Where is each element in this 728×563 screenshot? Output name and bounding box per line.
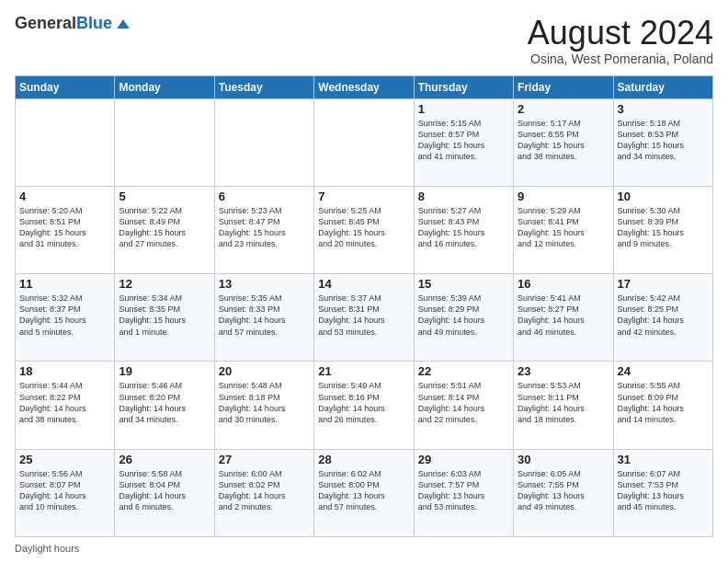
table-row: 16Sunrise: 5:41 AM Sunset: 8:27 PM Dayli… [514,274,613,362]
day-info: Sunrise: 5:30 AM Sunset: 8:39 PM Dayligh… [618,205,709,250]
day-info: Sunrise: 5:48 AM Sunset: 8:18 PM Dayligh… [219,380,310,425]
table-row: 30Sunrise: 6:05 AM Sunset: 7:55 PM Dayli… [514,449,613,536]
calendar-table: Sunday Monday Tuesday Wednesday Thursday… [15,75,713,537]
day-number: 12 [119,277,210,291]
th-sunday: Sunday [16,75,115,98]
day-number: 9 [518,190,609,203]
day-info: Sunrise: 5:55 AM Sunset: 8:09 PM Dayligh… [618,380,709,425]
table-row: 25Sunrise: 5:56 AM Sunset: 8:07 PM Dayli… [16,449,115,536]
table-row: 13Sunrise: 5:35 AM Sunset: 8:33 PM Dayli… [214,274,313,362]
table-row: 9Sunrise: 5:29 AM Sunset: 8:41 PM Daylig… [514,186,613,273]
table-row [214,98,313,186]
day-number: 5 [119,190,210,203]
month-title: August 2024 [528,15,713,52]
day-info: Sunrise: 5:27 AM Sunset: 8:43 PM Dayligh… [418,205,509,250]
day-info: Sunrise: 5:39 AM Sunset: 8:29 PM Dayligh… [418,293,509,338]
day-info: Sunrise: 5:34 AM Sunset: 8:35 PM Dayligh… [119,293,210,338]
day-number: 19 [119,364,210,378]
footer: Daylight hours [15,543,713,554]
day-number: 30 [518,453,609,466]
table-row [16,98,115,186]
table-row: 11Sunrise: 5:32 AM Sunset: 8:37 PM Dayli… [16,274,115,362]
day-info: Sunrise: 5:18 AM Sunset: 8:53 PM Dayligh… [618,118,709,163]
day-info: Sunrise: 6:00 AM Sunset: 8:02 PM Dayligh… [219,468,310,513]
day-number: 20 [219,364,310,378]
day-number: 29 [418,453,509,466]
day-info: Sunrise: 6:07 AM Sunset: 7:53 PM Dayligh… [618,468,709,513]
day-info: Sunrise: 5:51 AM Sunset: 8:14 PM Dayligh… [418,380,509,425]
th-saturday: Saturday [613,75,712,98]
day-number: 22 [418,364,509,378]
table-row: 18Sunrise: 5:44 AM Sunset: 8:22 PM Dayli… [16,362,115,449]
table-row [115,98,214,186]
table-row: 3Sunrise: 5:18 AM Sunset: 8:53 PM Daylig… [613,98,712,186]
day-info: Sunrise: 5:58 AM Sunset: 8:04 PM Dayligh… [119,468,210,513]
th-monday: Monday [115,75,214,98]
day-number: 15 [418,277,509,291]
day-number: 17 [618,277,709,291]
day-number: 10 [618,190,709,203]
day-number: 1 [418,102,509,116]
day-number: 28 [318,453,409,466]
table-row: 6Sunrise: 5:23 AM Sunset: 8:47 PM Daylig… [214,186,313,273]
day-number: 4 [19,190,110,203]
day-number: 2 [518,102,609,116]
table-row: 20Sunrise: 5:48 AM Sunset: 8:18 PM Dayli… [214,362,313,449]
day-number: 24 [618,364,709,378]
week-row-2: 11Sunrise: 5:32 AM Sunset: 8:37 PM Dayli… [16,274,713,362]
day-number: 7 [318,190,409,203]
week-row-0: 1Sunrise: 5:15 AM Sunset: 8:57 PM Daylig… [16,98,713,186]
day-number: 8 [418,190,509,203]
table-row: 24Sunrise: 5:55 AM Sunset: 8:09 PM Dayli… [613,362,712,449]
daylight-hours-label: Daylight hours [15,543,79,554]
th-tuesday: Tuesday [214,75,313,98]
day-info: Sunrise: 5:44 AM Sunset: 8:22 PM Dayligh… [19,380,110,425]
day-number: 11 [19,277,110,291]
day-info: Sunrise: 5:15 AM Sunset: 8:57 PM Dayligh… [418,118,509,163]
table-row: 19Sunrise: 5:46 AM Sunset: 8:20 PM Dayli… [115,362,214,449]
day-number: 16 [518,277,609,291]
day-info: Sunrise: 5:22 AM Sunset: 8:49 PM Dayligh… [119,205,210,250]
table-row: 7Sunrise: 5:25 AM Sunset: 8:45 PM Daylig… [314,186,414,273]
day-number: 14 [318,277,409,291]
day-number: 27 [219,453,310,466]
day-info: Sunrise: 6:02 AM Sunset: 8:00 PM Dayligh… [318,468,409,513]
th-friday: Friday [514,75,613,98]
table-row: 27Sunrise: 6:00 AM Sunset: 8:02 PM Dayli… [214,449,313,536]
header-row: Sunday Monday Tuesday Wednesday Thursday… [16,75,713,98]
table-row: 22Sunrise: 5:51 AM Sunset: 8:14 PM Dayli… [414,362,513,449]
day-number: 25 [19,453,110,466]
day-info: Sunrise: 5:37 AM Sunset: 8:31 PM Dayligh… [318,293,409,338]
day-info: Sunrise: 6:03 AM Sunset: 7:57 PM Dayligh… [418,468,509,513]
day-info: Sunrise: 5:42 AM Sunset: 8:25 PM Dayligh… [618,293,709,338]
day-number: 3 [618,102,709,116]
svg-marker-0 [117,19,129,29]
table-row: 31Sunrise: 6:07 AM Sunset: 7:53 PM Dayli… [613,449,712,536]
day-info: Sunrise: 5:32 AM Sunset: 8:37 PM Dayligh… [19,293,110,338]
day-info: Sunrise: 5:41 AM Sunset: 8:27 PM Dayligh… [518,293,609,338]
day-number: 18 [19,364,110,378]
table-row [314,98,414,186]
table-row: 1Sunrise: 5:15 AM Sunset: 8:57 PM Daylig… [414,98,513,186]
week-row-3: 18Sunrise: 5:44 AM Sunset: 8:22 PM Dayli… [16,362,713,449]
day-info: Sunrise: 5:56 AM Sunset: 8:07 PM Dayligh… [19,468,110,513]
day-number: 23 [518,364,609,378]
th-wednesday: Wednesday [314,75,414,98]
table-row: 15Sunrise: 5:39 AM Sunset: 8:29 PM Dayli… [414,274,513,362]
table-row: 8Sunrise: 5:27 AM Sunset: 8:43 PM Daylig… [414,186,513,273]
week-row-1: 4Sunrise: 5:20 AM Sunset: 8:51 PM Daylig… [16,186,713,273]
location: Osina, West Pomerania, Poland [528,52,713,66]
table-row: 14Sunrise: 5:37 AM Sunset: 8:31 PM Dayli… [314,274,414,362]
day-info: Sunrise: 5:35 AM Sunset: 8:33 PM Dayligh… [219,293,310,338]
table-row: 17Sunrise: 5:42 AM Sunset: 8:25 PM Dayli… [613,274,712,362]
day-number: 26 [119,453,210,466]
table-row: 4Sunrise: 5:20 AM Sunset: 8:51 PM Daylig… [16,186,115,273]
day-info: Sunrise: 5:17 AM Sunset: 8:55 PM Dayligh… [518,118,609,163]
day-info: Sunrise: 5:23 AM Sunset: 8:47 PM Dayligh… [219,205,310,250]
day-info: Sunrise: 5:46 AM Sunset: 8:20 PM Dayligh… [119,380,210,425]
day-info: Sunrise: 5:20 AM Sunset: 8:51 PM Dayligh… [19,205,110,250]
day-number: 6 [219,190,310,203]
table-row: 5Sunrise: 5:22 AM Sunset: 8:49 PM Daylig… [115,186,214,273]
day-info: Sunrise: 6:05 AM Sunset: 7:55 PM Dayligh… [518,468,609,513]
table-row: 28Sunrise: 6:02 AM Sunset: 8:00 PM Dayli… [314,449,414,536]
